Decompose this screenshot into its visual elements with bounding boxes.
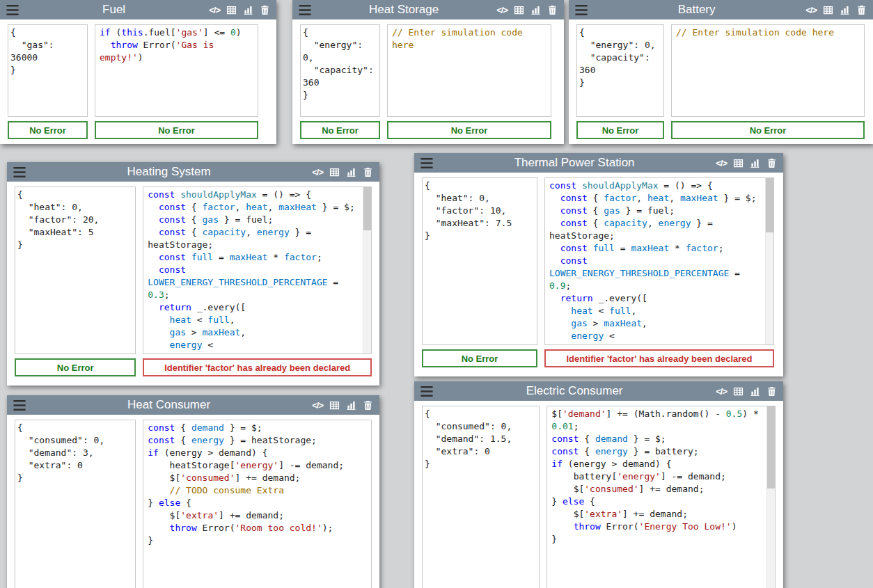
- table-view-icon[interactable]: [823, 5, 833, 15]
- menu-icon[interactable]: [420, 386, 433, 397]
- panel-actions: </>: [716, 386, 777, 397]
- code-editor[interactable]: $['demand'] += (Math.random() - 0.5) * 0…: [546, 406, 776, 588]
- panel-heat-storage: Heat Storage </> { "energy": 0, "capacit…: [292, 0, 564, 144]
- code-view-icon[interactable]: </>: [209, 5, 220, 15]
- panel-title: Heat Consumer: [26, 398, 312, 412]
- state-json-editor[interactable]: { "energy": 0, "capacity": 360 }: [576, 24, 664, 117]
- chart-view-icon[interactable]: [840, 5, 850, 15]
- menu-icon[interactable]: [6, 5, 19, 15]
- state-json-editor[interactable]: { "consumed": 0, "demand": 3, "extra": 0…: [15, 420, 136, 588]
- panel-heat-consumer: Heat Consumer </> { "consumed": 0, "dema…: [7, 395, 379, 588]
- panel-title: Thermal Power Station: [433, 156, 716, 170]
- table-view-icon[interactable]: [733, 386, 744, 397]
- table-view-icon[interactable]: [329, 400, 340, 411]
- code-status-badge: Identifier 'factor' has already been dec…: [544, 349, 774, 367]
- panel-actions: </>: [716, 158, 777, 168]
- panel-header-heat-storage[interactable]: Heat Storage </>: [292, 0, 564, 19]
- menu-icon[interactable]: [420, 158, 433, 168]
- code-status-badge: Identifier 'factor' has already been dec…: [143, 358, 372, 376]
- chart-view-icon[interactable]: [346, 167, 356, 177]
- state-json-editor[interactable]: { "consumed": 0, "demand": 1.5, "extra":…: [422, 406, 540, 588]
- status-row: No Error Identifier 'factor' has already…: [414, 345, 783, 367]
- code-view-icon[interactable]: </>: [312, 167, 323, 177]
- table-view-icon[interactable]: [329, 167, 340, 177]
- panel-actions: </>: [496, 5, 558, 15]
- status-row: No Error No Error: [569, 117, 873, 139]
- panel-actions: </>: [209, 5, 270, 15]
- scrollbar[interactable]: [363, 187, 371, 353]
- chart-view-icon[interactable]: [750, 158, 760, 168]
- state-json-editor[interactable]: { "energy": 0, "capacity": 360 }: [300, 24, 380, 117]
- code-editor[interactable]: const { demand } = $;const { energy } = …: [143, 420, 372, 588]
- trash-icon[interactable]: [260, 5, 270, 15]
- code-view-icon[interactable]: </>: [716, 386, 727, 397]
- code-editor[interactable]: // Enter simulation code here: [387, 24, 551, 117]
- menu-icon[interactable]: [13, 167, 26, 177]
- chart-view-icon[interactable]: [530, 5, 541, 15]
- status-row: No Error Identifier 'factor' has already…: [7, 354, 379, 376]
- chart-view-icon[interactable]: [243, 5, 253, 15]
- state-json-editor[interactable]: { "heat": 0, "factor": 20, "maxHeat": 5 …: [15, 186, 136, 354]
- code-view-icon[interactable]: </>: [805, 5, 817, 15]
- code-editor[interactable]: // Enter simulation code here: [671, 24, 865, 117]
- state-status-badge: No Error: [8, 121, 88, 139]
- code-editor[interactable]: const shouldApplyMax = () => { const { f…: [544, 177, 774, 345]
- code-status-badge: No Error: [387, 121, 551, 139]
- panel-thermal-power-station: Thermal Power Station </> { "heat": 0, "…: [414, 153, 783, 376]
- table-view-icon[interactable]: [514, 5, 524, 15]
- code-view-icon[interactable]: </>: [496, 5, 508, 15]
- code-editor[interactable]: if (this.fuel['gas'] <= 0) throw Error('…: [95, 24, 258, 117]
- state-status-badge: No Error: [15, 358, 136, 376]
- panel-header-thermal-power-station[interactable]: Thermal Power Station </>: [414, 153, 783, 173]
- trash-icon[interactable]: [547, 5, 558, 15]
- panel-actions: </>: [312, 400, 373, 411]
- trash-icon[interactable]: [856, 5, 867, 15]
- code-status-badge: No Error: [671, 121, 865, 139]
- panel-title: Battery: [588, 3, 805, 17]
- panel-header-battery[interactable]: Battery </>: [569, 0, 873, 19]
- simulation-workspace: Fuel </> { "gas": 36000 } if (this.fuel[…: [0, 0, 873, 588]
- menu-icon[interactable]: [575, 5, 588, 15]
- panel-header-heat-consumer[interactable]: Heat Consumer </>: [7, 395, 379, 415]
- chart-view-icon[interactable]: [750, 386, 760, 397]
- code-status-badge: No Error: [95, 121, 258, 139]
- state-status-badge: No Error: [576, 121, 664, 139]
- panel-header-electric-consumer[interactable]: Electric Consumer </>: [414, 381, 783, 401]
- trash-icon[interactable]: [766, 386, 777, 397]
- panel-title: Fuel: [19, 3, 209, 17]
- state-json-editor[interactable]: { "gas": 36000 }: [8, 24, 88, 117]
- panel-battery: Battery </> { "energy": 0, "capacity": 3…: [569, 0, 873, 144]
- state-status-badge: No Error: [422, 349, 537, 367]
- panel-heating-system: Heating System </> { "heat": 0, "factor"…: [7, 162, 379, 386]
- panel-title: Heat Storage: [311, 3, 496, 17]
- trash-icon[interactable]: [766, 158, 777, 168]
- panel-title: Electric Consumer: [433, 384, 716, 398]
- panel-header-heating-system[interactable]: Heating System </>: [7, 162, 379, 182]
- menu-icon[interactable]: [13, 400, 26, 411]
- trash-icon[interactable]: [363, 400, 373, 411]
- table-view-icon[interactable]: [733, 158, 744, 168]
- panel-electric-consumer: Electric Consumer </> { "consumed": 0, "…: [414, 381, 783, 588]
- panel-actions: </>: [805, 5, 867, 15]
- panel-actions: </>: [312, 167, 373, 177]
- panel-title: Heating System: [26, 165, 312, 179]
- panel-fuel: Fuel </> { "gas": 36000 } if (this.fuel[…: [0, 0, 276, 144]
- menu-icon[interactable]: [299, 5, 311, 15]
- table-view-icon[interactable]: [226, 5, 237, 15]
- trash-icon[interactable]: [363, 167, 373, 177]
- scrollbar[interactable]: [766, 406, 775, 588]
- code-view-icon[interactable]: </>: [716, 158, 727, 168]
- state-json-editor[interactable]: { "heat": 0, "factor": 10, "maxHeat": 7.…: [422, 177, 537, 345]
- status-row: No Error No Error: [0, 117, 276, 139]
- status-row: No Error No Error: [292, 117, 564, 139]
- scrollbar[interactable]: [765, 178, 773, 344]
- chart-view-icon[interactable]: [346, 400, 356, 411]
- code-editor[interactable]: const shouldApplyMax = () => { const { f…: [143, 186, 372, 354]
- state-status-badge: No Error: [300, 121, 380, 139]
- panel-header-fuel[interactable]: Fuel </>: [0, 0, 276, 19]
- code-view-icon[interactable]: </>: [312, 400, 323, 411]
